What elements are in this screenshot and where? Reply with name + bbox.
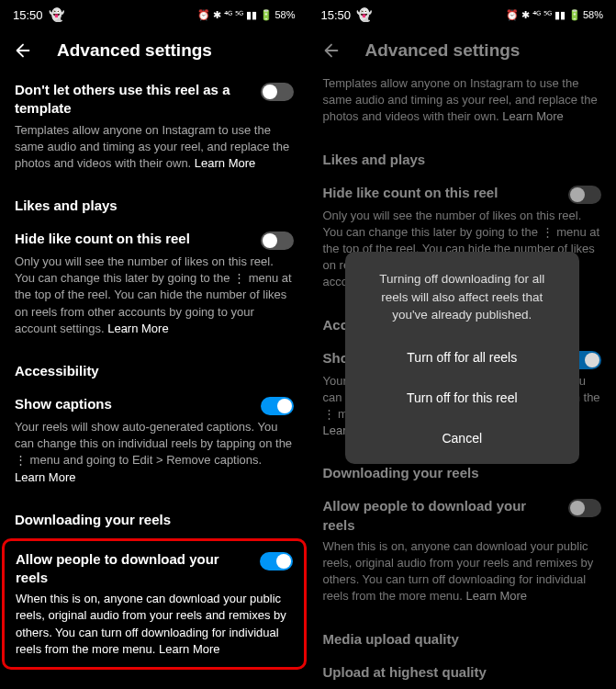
hide-likes-title: Hide like count on this reel (323, 184, 569, 202)
status-time: 15:50 (321, 8, 352, 22)
captions-toggle[interactable] (261, 397, 294, 415)
template-toggle[interactable] (261, 83, 294, 101)
learn-more-link: Learn More (466, 589, 527, 603)
confirm-dialog: Turning off downloading for all reels wi… (345, 252, 580, 464)
captions-desc: Your reels will show auto-generated capt… (15, 419, 294, 499)
settings-screen-left: 15:50 👻 ⏰ ✱ ⁴ᴳ ⁵ᴳ ▮▮ 🔋58% Advanced setti… (0, 0, 308, 689)
page-title: Advanced settings (365, 40, 521, 61)
upload-quality-title: Upload at highest quality (323, 663, 602, 682)
turn-off-this-button[interactable]: Turn off for this reel (360, 378, 566, 418)
status-bar: 15:50 👻 ⏰ ✱ ⁴ᴳ ⁵ᴳ ▮▮ 🔋58% (308, 0, 617, 29)
template-desc: Templates allow anyone on Instagram to u… (15, 122, 294, 186)
header: Advanced settings (308, 29, 617, 72)
captions-title: Show captions (15, 395, 261, 413)
template-setting[interactable]: Don't let others use this reel as a temp… (15, 72, 294, 122)
accessibility-section: Accessibility (15, 350, 294, 386)
learn-more-link[interactable]: Learn More (159, 642, 219, 656)
content: Don't let others use this reel as a temp… (0, 72, 308, 689)
captions-setting[interactable]: Show captions (15, 386, 294, 419)
snapchat-icon: 👻 (49, 7, 64, 22)
likes-section: Likes and plays (15, 185, 294, 220)
snapchat-icon: 👻 (356, 7, 372, 22)
download-title: Allow people to download your reels (16, 550, 260, 588)
template-title: Don't let others use this reel as a temp… (15, 81, 261, 119)
download-title: Allow people to download your reels (323, 497, 569, 535)
media-quality-section: Media upload quality (323, 618, 602, 654)
likes-section: Likes and plays (323, 139, 602, 175)
download-section: Downloading your reels (15, 499, 294, 535)
back-icon (321, 40, 342, 61)
cancel-button[interactable]: Cancel (360, 418, 566, 458)
turn-off-all-button[interactable]: Turn off for all reels (360, 337, 566, 378)
template-desc: Templates allow anyone on Instagram to u… (323, 72, 602, 139)
hide-likes-desc: Only you will see the number of likes on… (15, 254, 294, 350)
dialog-message: Turning off downloading for all reels wi… (360, 270, 566, 337)
download-toggle[interactable] (260, 552, 293, 570)
hide-likes-setting[interactable]: Hide like count on this reel (15, 220, 294, 254)
status-icons: ⏰ ✱ ⁴ᴳ ⁵ᴳ ▮▮ 🔋58% (197, 9, 295, 21)
download-setting: Allow people to download your reels (323, 488, 602, 538)
status-icons: ⏰ ✱ ⁴ᴳ ⁵ᴳ ▮▮ 🔋58% (506, 9, 603, 21)
back-icon[interactable] (13, 40, 33, 61)
hide-likes-setting: Hide like count on this reel (323, 175, 602, 208)
learn-more-link: Learn More (502, 109, 563, 123)
download-toggle (568, 499, 601, 517)
header: Advanced settings (0, 29, 308, 72)
hide-likes-toggle[interactable] (261, 232, 294, 250)
hide-likes-title: Hide like count on this reel (15, 230, 261, 248)
learn-more-link[interactable]: Learn More (15, 470, 75, 484)
highlight-box: Allow people to download your reels When… (2, 538, 307, 670)
settings-screen-right: 15:50 👻 ⏰ ✱ ⁴ᴳ ⁵ᴳ ▮▮ 🔋58% Advanced setti… (308, 0, 617, 689)
status-time: 15:50 (13, 8, 43, 22)
download-setting[interactable]: Allow people to download your reels (16, 550, 293, 592)
upload-quality-setting: Upload at highest quality (323, 654, 602, 685)
learn-more-link[interactable]: Learn More (195, 156, 255, 170)
learn-more-link[interactable]: Learn More (107, 322, 168, 335)
status-bar: 15:50 👻 ⏰ ✱ ⁴ᴳ ⁵ᴳ ▮▮ 🔋58% (0, 0, 308, 29)
page-title: Advanced settings (57, 40, 212, 61)
media-quality-section: Media upload quality (15, 677, 294, 689)
download-desc: When this is on, anyone can download you… (16, 591, 293, 660)
hide-likes-toggle (568, 186, 601, 204)
download-desc: When this is on, anyone can download you… (323, 538, 602, 618)
